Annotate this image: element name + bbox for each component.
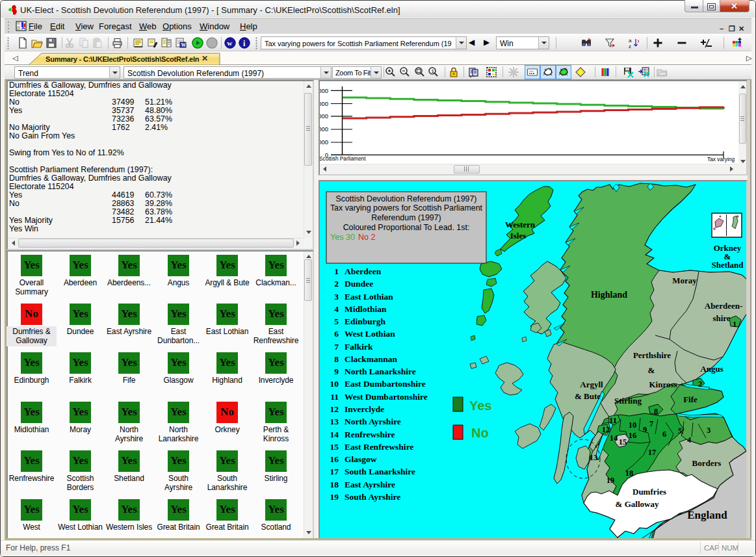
svg-text:West Dumbartonshire: West Dumbartonshire [345,392,428,402]
svg-text:8: 8 [334,354,339,364]
svg-text:Highland: Highland [591,290,627,300]
svg-text:& Bute: & Bute [575,391,601,401]
svg-text:4: 4 [687,435,692,445]
svg-text:5: 5 [334,317,339,326]
svg-text:000: 000 [320,112,328,120]
svg-text:shire: shire [712,313,730,323]
svg-text:19: 19 [606,476,615,485]
svg-text:18: 18 [330,480,339,489]
svg-text:West Lothian: West Lothian [345,329,395,339]
svg-text:17: 17 [330,467,339,476]
svg-text:11: 11 [609,416,617,425]
svg-text:14: 14 [610,434,618,443]
svg-text:Dundee: Dundee [345,279,373,289]
svg-text:8: 8 [654,407,658,416]
svg-text:18: 18 [625,469,634,478]
svg-text:Tax varying: Tax varying [707,156,735,162]
svg-text:19: 19 [330,492,339,502]
svg-text:Clackmannan: Clackmannan [345,354,398,364]
svg-text:7: 7 [649,419,653,428]
svg-text:000: 000 [320,100,328,107]
svg-text:East Ayrshire: East Ayrshire [345,480,395,489]
svg-text:2: 2 [698,380,702,389]
svg-text:10: 10 [330,379,339,389]
svg-text:5: 5 [678,426,682,435]
svg-text:15: 15 [330,442,339,452]
svg-text:Scottish Devolution Referendum: Scottish Devolution Referendum (1997) [336,194,477,203]
svg-text:9: 9 [334,367,339,376]
svg-text:East Dumbartonshire: East Dumbartonshire [345,379,426,389]
svg-text:2: 2 [334,279,339,289]
svg-text:Borders: Borders [692,458,722,468]
svg-text:Western: Western [505,220,536,229]
svg-text:&: & [648,365,655,375]
svg-text:Shetland: Shetland [711,260,744,270]
svg-text:4: 4 [334,304,339,314]
svg-text:No 2: No 2 [358,233,376,242]
svg-text:Referendum (1997): Referendum (1997) [371,213,441,222]
svg-text:Perthshire: Perthshire [633,350,671,360]
svg-text:& Galloway: & Galloway [616,499,659,509]
svg-text:6: 6 [662,430,666,439]
svg-text:Kinross: Kinross [649,380,677,389]
svg-text:Yes: Yes [469,398,491,413]
svg-text:North Lanarkshire: North Lanarkshire [345,367,416,376]
svg-text:Inverclyde: Inverclyde [345,404,384,414]
svg-text:No: No [471,426,489,440]
svg-text:11: 11 [330,392,339,402]
svg-text:17: 17 [648,448,657,457]
svg-text:North Ayrshire: North Ayrshire [345,417,401,426]
svg-text:1: 1 [334,266,339,276]
svg-text:Falkirk: Falkirk [345,342,373,352]
svg-text:England: England [687,509,727,521]
svg-text:East Renfrewshire: East Renfrewshire [345,442,413,452]
svg-text:3: 3 [334,292,339,302]
svg-text:Coloured Proportional To Lead.: Coloured Proportional To Lead. 1st: [343,223,470,232]
svg-text:Isles: Isles [510,231,527,240]
svg-text:z: z [629,44,631,49]
svg-text:Scottish Parliament: Scottish Parliament [320,155,366,162]
svg-text:South Ayrshire: South Ayrshire [345,492,400,502]
svg-text:6: 6 [334,329,339,339]
svg-text:Angus: Angus [700,364,723,374]
svg-text:Yes 30: Yes 30 [330,233,355,242]
svg-text:15: 15 [619,437,627,447]
svg-text:W: W [181,42,187,48]
svg-text:South Lanarkshire: South Lanarkshire [345,467,415,476]
svg-text:Aberdeen: Aberdeen [345,266,382,276]
svg-text:7: 7 [334,342,339,352]
svg-text:1: 1 [733,320,736,329]
svg-text:Renfrewshire: Renfrewshire [345,430,395,439]
svg-text:000: 000 [320,87,328,94]
svg-text:000: 000 [320,138,328,146]
svg-text:3: 3 [707,426,710,435]
svg-text:Tax varying powers for Scottis: Tax varying powers for Scottish Parliame… [330,203,483,213]
svg-text:Edinburgh: Edinburgh [345,317,386,326]
svg-text:1: 1 [432,69,434,73]
svg-text:12: 12 [602,425,610,434]
svg-text:000: 000 [320,125,328,133]
svg-text:Moray: Moray [672,276,697,285]
svg-text:a: a [629,38,632,44]
svg-text:10: 10 [629,421,637,430]
svg-text:16: 16 [330,454,339,464]
svg-text:9: 9 [643,425,647,434]
svg-text:Argyll: Argyll [580,380,603,389]
svg-text:Fife: Fife [683,395,697,404]
svg-text:Glasgow: Glasgow [345,454,377,464]
svg-text:Stirling: Stirling [614,396,642,406]
svg-text:13: 13 [330,417,339,426]
svg-text:Midlothian: Midlothian [345,304,387,314]
svg-text:13: 13 [590,453,598,462]
svg-text:12: 12 [330,404,339,414]
svg-text:16: 16 [629,431,637,440]
svg-text:14: 14 [330,430,339,439]
svg-text:East Lothian: East Lothian [345,292,393,302]
svg-text:Aberdeen-: Aberdeen- [705,301,743,311]
svg-text:Dumfries: Dumfries [632,487,666,497]
svg-text:w: w [227,39,232,47]
